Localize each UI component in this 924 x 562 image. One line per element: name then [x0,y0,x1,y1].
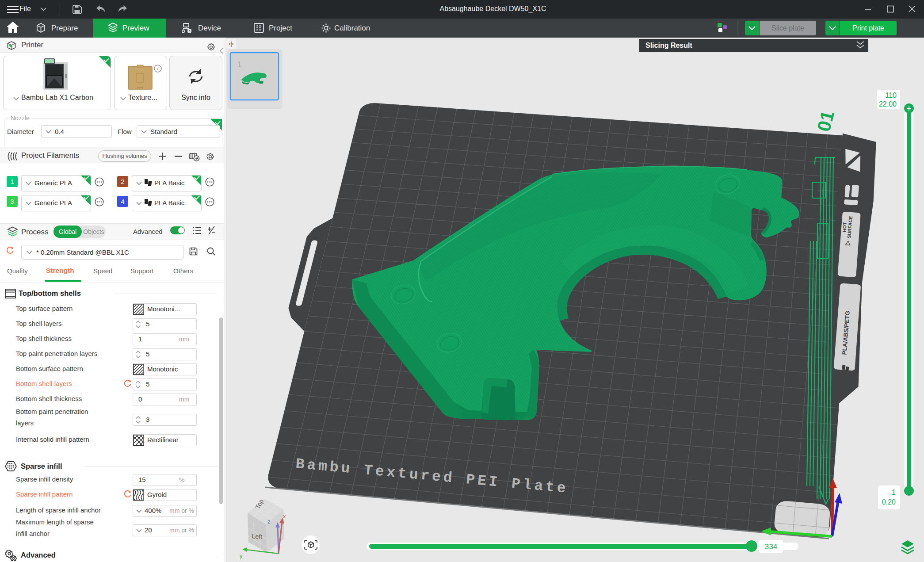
svg-text:110: 110 [885,92,897,99]
svg-text:Left: Left [252,532,263,540]
svg-text:y: y [240,553,243,559]
svg-text:1: 1 [892,489,896,496]
svg-text:334: 334 [765,543,777,551]
svg-text:z: z [267,518,271,525]
svg-text:x: x [283,513,286,520]
svg-text:0.20: 0.20 [882,498,896,506]
svg-text:1: 1 [237,60,242,69]
svg-text:Slicing Result: Slicing Result [645,42,692,49]
svg-text:‹|›: ‹|› [229,41,233,47]
svg-text:22.00: 22.00 [879,100,897,108]
